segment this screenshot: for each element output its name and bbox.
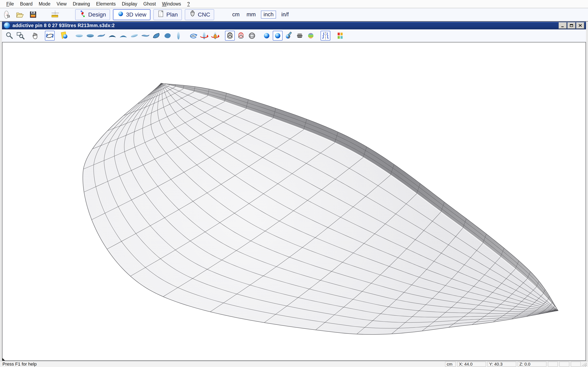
3d-viewport[interactable]	[2, 42, 586, 361]
rotate-3d-button[interactable]	[45, 31, 55, 41]
file-button-group	[2, 10, 63, 20]
restore-icon	[569, 24, 574, 27]
minimize-icon	[561, 24, 565, 27]
document-title: addictive pin 8 0 27 93litres R213mm.s3d…	[12, 23, 115, 28]
open-button[interactable]	[15, 10, 25, 20]
save-button[interactable]	[28, 10, 38, 20]
cnc-icon	[189, 10, 196, 19]
status-cell-empty	[559, 362, 569, 367]
view-toolbar-group	[225, 31, 258, 41]
status-cell-y: Y: 40.3	[488, 362, 516, 367]
minimize-button[interactable]	[559, 22, 567, 29]
persp-rocker-button[interactable]	[140, 31, 150, 41]
mode-button-plan[interactable]: Plan	[153, 9, 182, 20]
spin-horizontal-button[interactable]	[199, 31, 209, 41]
view-toolbar-group	[30, 31, 41, 41]
rocker-view-button[interactable]	[96, 31, 106, 41]
menu-item-windows[interactable]: Windows	[159, 1, 184, 7]
sphere-icon	[117, 10, 124, 19]
status-cell-x: X: 44.0	[457, 362, 486, 367]
unit-button-cm[interactable]: cm	[231, 11, 241, 18]
mode-button-design[interactable]: Design	[75, 9, 110, 20]
flip-rotate-button[interactable]	[188, 31, 198, 41]
document-sphere-icon	[4, 22, 10, 29]
mode-button-label: Design	[88, 11, 106, 18]
menu-bar: FileBoardModeViewDrawingElementsDisplayG…	[0, 0, 588, 8]
document-window: addictive pin 8 0 27 93litres R213mm.s3d…	[2, 22, 586, 361]
zoom-window-button[interactable]	[16, 31, 25, 41]
menu-item-elements[interactable]: Elements	[93, 1, 119, 7]
mode-button-group: Design3D viewPlanCNC	[75, 9, 217, 20]
pan-button[interactable]	[30, 31, 40, 41]
mode-button-3d-view[interactable]: 3D view	[113, 9, 150, 20]
restore-button[interactable]	[568, 22, 575, 29]
new-board-button[interactable]	[2, 10, 12, 20]
zoom-button[interactable]	[4, 31, 14, 41]
tile-windows-button[interactable]	[335, 31, 345, 41]
front-view-button[interactable]	[107, 31, 117, 41]
view-toolbar-group	[262, 31, 317, 41]
unit-button-group: cmmminchin/f	[231, 11, 290, 18]
window-controls	[559, 22, 584, 29]
status-cell-cm: cm	[445, 362, 456, 367]
render-light-button[interactable]	[60, 31, 69, 41]
resize-grip[interactable]	[581, 362, 587, 367]
shape3d-application-window: FileBoardModeViewDrawingElementsDisplayG…	[0, 0, 588, 367]
mode-button-label: 3D view	[126, 11, 146, 18]
mode-button-cnc[interactable]: CNC	[185, 9, 214, 20]
status-bar: Press F1 for help cmX: 44.0Y: 40.3Z: 0.0	[0, 361, 588, 367]
plan-icon	[157, 10, 165, 19]
edit-colors-button[interactable]	[284, 31, 294, 41]
viewport-corner-wedge	[2, 358, 5, 361]
view-toolbar	[2, 29, 586, 42]
status-help-text: Press F1 for help	[2, 361, 37, 367]
rainbow-sphere-button[interactable]	[306, 31, 316, 41]
menu-item-mode[interactable]: Mode	[35, 1, 53, 7]
bottom-view-button[interactable]	[85, 31, 95, 41]
close-button[interactable]	[576, 22, 584, 29]
striped-sphere-button[interactable]	[295, 31, 305, 41]
close-icon	[578, 24, 582, 27]
document-title-bar[interactable]: addictive pin 8 0 27 93litres R213mm.s3d…	[2, 22, 586, 29]
symmetry-button[interactable]	[320, 31, 330, 41]
mesh-sphere-button[interactable]	[247, 31, 257, 41]
status-readout-cells: cmX: 44.0Y: 40.3Z: 0.0	[445, 362, 581, 367]
view-toolbar-group	[60, 31, 71, 41]
mode-button-label: Plan	[166, 11, 178, 18]
mode-button-label: CNC	[198, 11, 210, 18]
menu-item-help[interactable]: ?	[184, 1, 193, 7]
menu-item-file[interactable]: File	[3, 1, 17, 7]
shaded-button[interactable]	[262, 31, 272, 41]
back-view-button[interactable]	[118, 31, 128, 41]
menu-item-board[interactable]: Board	[17, 1, 35, 7]
unit-button-inch[interactable]: inch	[261, 11, 276, 18]
design-icon	[79, 10, 86, 19]
contours-red-button[interactable]	[236, 31, 246, 41]
view-toolbar-group	[45, 31, 56, 41]
persp-top-button[interactable]	[130, 31, 139, 41]
main-toolbar: Design3D viewPlanCNC cmmminchin/f	[0, 8, 588, 21]
view-toolbar-group	[335, 31, 346, 41]
status-cell-empty	[571, 362, 581, 367]
contours-button[interactable]	[225, 31, 235, 41]
unit-button-in-f[interactable]: in/f	[280, 11, 290, 18]
menu-item-display[interactable]: Display	[119, 1, 140, 7]
status-cell-z: Z: 0.0	[518, 362, 546, 367]
side-view-button[interactable]	[173, 31, 183, 41]
menu-item-drawing[interactable]: Drawing	[70, 1, 93, 7]
shaded-current-button[interactable]	[273, 31, 283, 41]
view-toolbar-group	[320, 31, 332, 41]
persp-back-button[interactable]	[163, 31, 172, 41]
view-toolbar-group	[188, 31, 221, 41]
board-3d-wireframe	[2, 42, 586, 360]
persp-front-button[interactable]	[151, 31, 161, 41]
mdi-client-area: addictive pin 8 0 27 93litres R213mm.s3d…	[0, 21, 588, 361]
menu-item-ghost[interactable]: Ghost	[140, 1, 159, 7]
top-view-button[interactable]	[74, 31, 84, 41]
menu-item-view[interactable]: View	[53, 1, 70, 7]
view-toolbar-group	[4, 31, 26, 41]
spin-up-button[interactable]	[210, 31, 220, 41]
unit-button-mm[interactable]: mm	[245, 11, 257, 18]
status-cell-empty	[548, 362, 558, 367]
dimensions-button[interactable]	[50, 10, 60, 20]
